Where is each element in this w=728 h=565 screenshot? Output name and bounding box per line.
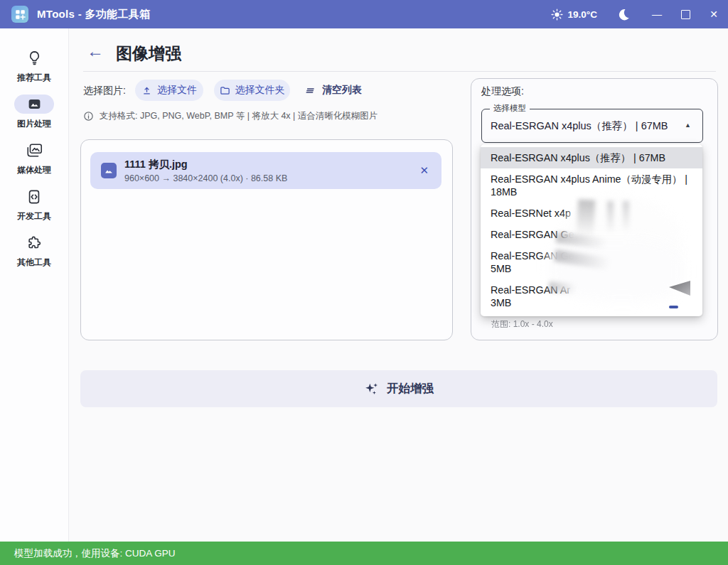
sidebar-item-media-processing[interactable]: 媒体处理 [0, 141, 68, 176]
image-icon [27, 97, 42, 112]
clear-list-icon [304, 85, 316, 97]
model-select-label: 选择模型 [490, 104, 530, 113]
puzzle-icon [26, 235, 42, 251]
status-bar: 模型加载成功，使用设备: CUDA GPU [0, 542, 728, 565]
select-file-label: 选择文件 [157, 84, 197, 97]
sparkles-icon [364, 382, 379, 397]
sidebar-item-dev-tools[interactable]: 开发工具 [0, 187, 68, 222]
header-divider [83, 71, 716, 72]
format-info: 支持格式: JPG, PNG, WebP, BMP 等 | 将放大 4x | 适… [83, 110, 378, 122]
clear-list-button[interactable]: 清空列表 [304, 80, 362, 101]
app-logo-icon [11, 6, 28, 23]
maximize-button[interactable] [671, 0, 700, 28]
clear-list-label: 清空列表 [322, 84, 362, 97]
sidebar-item-label: 开发工具 [17, 210, 51, 222]
sidebar-item-label: 图片处理 [17, 118, 51, 130]
dropdown-option[interactable]: Real-ESRGAN Ge 5MB [481, 245, 702, 279]
close-icon: ✕ [710, 9, 718, 20]
status-message: 模型加载成功，使用设备: CUDA GPU [14, 547, 176, 560]
start-enhance-button[interactable]: 开始增强 [80, 370, 717, 407]
sidebar: 推荐工具 图片处理 媒体处理 [0, 28, 69, 542]
dropdown-option[interactable]: Real-ESRGAN x4plus（推荐） | 67MB [481, 147, 702, 168]
dropdown-option[interactable]: Real-ESRNet x4p [481, 203, 702, 224]
minimize-icon: — [652, 9, 662, 20]
close-button[interactable]: ✕ [700, 0, 728, 28]
title-bar: MTools - 多功能工具箱 19.0°C — [0, 0, 728, 28]
sidebar-item-image-processing[interactable]: 图片处理 [0, 95, 68, 130]
minimize-button[interactable]: — [643, 0, 671, 28]
sidebar-item-label: 媒体处理 [17, 164, 51, 176]
moon-icon [617, 8, 631, 21]
file-details: 960×600 → 3840×2400 (4.0x) · 86.58 KB [124, 173, 287, 183]
select-file-button[interactable]: 选择文件 [135, 80, 203, 101]
dev-code-icon [26, 189, 42, 205]
temperature-label: 19.0°C [568, 9, 597, 20]
weather-widget: 19.0°C [551, 9, 597, 21]
info-icon [83, 111, 94, 122]
sun-icon [551, 9, 563, 21]
sidebar-item-other-tools[interactable]: 其他工具 [0, 233, 68, 269]
sidebar-item-recommended[interactable]: 推荐工具 [0, 48, 68, 84]
select-image-label: 选择图片: [83, 85, 126, 97]
file-name: 1111 拷贝.jpg [124, 158, 287, 171]
back-arrow-icon: ← [87, 41, 104, 60]
dropdown-option[interactable]: Real-ESRGAN Ge [481, 224, 702, 245]
select-folder-button[interactable]: 选择文件夹 [214, 80, 290, 101]
back-button[interactable]: ← [87, 43, 104, 60]
folder-icon [220, 85, 230, 96]
dropdown-option[interactable]: Real-ESRGAN x4plus Anime（动漫专用） | 18MB [481, 168, 702, 203]
model-select[interactable]: Real-ESRGAN x4plus（推荐） | 67MB ▲ [481, 109, 703, 143]
file-list-panel: 1111 拷贝.jpg 960×600 → 3840×2400 (4.0x) ·… [80, 139, 453, 340]
start-enhance-label: 开始增强 [387, 381, 434, 397]
format-info-text: 支持格式: JPG, PNG, WebP, BMP 等 | 将放大 4x | 适… [100, 110, 378, 122]
remove-file-button[interactable]: ✕ [419, 164, 429, 177]
options-title: 处理选项: [481, 85, 524, 98]
model-select-value: Real-ESRGAN x4plus（推荐） | 67MB [491, 119, 668, 133]
theme-toggle-button[interactable] [611, 2, 636, 26]
scale-range-hint: 范围: 1.0x - 4.0x [491, 318, 553, 330]
select-folder-label: 选择文件夹 [235, 84, 285, 97]
lightbulb-icon [26, 50, 43, 66]
sidebar-item-label: 推荐工具 [17, 72, 51, 84]
maximize-icon [681, 10, 690, 19]
app-title: MTools - 多功能工具箱 [37, 8, 150, 21]
model-dropdown-menu: Real-ESRGAN x4plus（推荐） | 67MB Real-ESRGA… [481, 144, 702, 316]
page-title: 图像增强 [116, 43, 181, 65]
media-gallery-icon [26, 142, 43, 158]
sidebar-item-label: 其他工具 [17, 257, 51, 269]
file-list-item[interactable]: 1111 拷贝.jpg 960×600 → 3840×2400 (4.0x) ·… [90, 152, 441, 189]
upload-icon [141, 85, 152, 96]
dropdown-option[interactable]: Real-ESRGAN Ar 3MB [481, 279, 702, 313]
remove-icon: ✕ [419, 164, 429, 176]
caret-up-icon: ▲ [685, 122, 691, 129]
file-image-icon [101, 163, 117, 178]
